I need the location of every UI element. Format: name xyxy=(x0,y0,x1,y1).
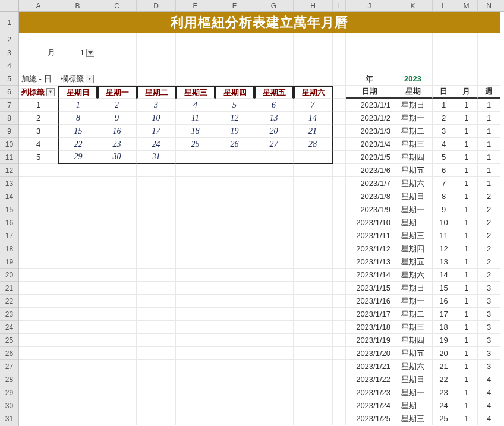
cell-r9-I[interactable] xyxy=(333,125,346,138)
cell-r3-D[interactable] xyxy=(137,46,176,59)
data-month-0[interactable]: 1 xyxy=(455,99,478,112)
cell-r3-F[interactable] xyxy=(215,46,254,59)
row-header-28[interactable]: 28 xyxy=(0,373,18,386)
data-weekday-0[interactable]: 星期日 xyxy=(393,99,433,112)
cell-r4-H[interactable] xyxy=(294,59,333,72)
cell-r13-H[interactable] xyxy=(294,177,333,190)
cell-r18-H[interactable] xyxy=(294,242,333,255)
cell-r6-I[interactable] xyxy=(333,86,346,99)
cell-r30-H[interactable] xyxy=(294,399,333,412)
cell-r16-I[interactable] xyxy=(333,216,346,229)
data-day-18[interactable]: 19 xyxy=(433,334,455,347)
pivot-cell-4-4[interactable] xyxy=(215,151,254,164)
cell-r14-C[interactable] xyxy=(97,190,137,203)
cell-r22-G[interactable] xyxy=(254,295,294,308)
pivot-cell-1-5[interactable]: 13 xyxy=(254,112,294,125)
cell-r29-G[interactable] xyxy=(254,386,294,399)
data-day-0[interactable]: 1 xyxy=(433,99,455,112)
data-weekday-18[interactable]: 星期四 xyxy=(393,334,433,347)
cell-r17-C[interactable] xyxy=(97,229,137,242)
data-month-15[interactable]: 1 xyxy=(455,295,478,308)
cell-r31-C[interactable] xyxy=(97,412,137,425)
data-date-13[interactable]: 2023/1/14 xyxy=(346,269,393,282)
cell-r18-G[interactable] xyxy=(254,242,294,255)
data-week-14[interactable]: 3 xyxy=(478,282,500,295)
cell-r21-A[interactable] xyxy=(19,282,58,295)
cell-r12-E[interactable] xyxy=(176,164,215,177)
row-header-15[interactable]: 15 xyxy=(0,203,18,216)
cell-r4-L[interactable] xyxy=(433,59,455,72)
data-month-23[interactable]: 1 xyxy=(455,399,478,412)
cell-r25-I[interactable] xyxy=(333,334,346,347)
row-header-3[interactable]: 3 xyxy=(0,46,18,59)
cell-r15-H[interactable] xyxy=(294,203,333,216)
data-day-6[interactable]: 7 xyxy=(433,177,455,190)
cell-r24-E[interactable] xyxy=(176,321,215,334)
data-month-20[interactable]: 1 xyxy=(455,360,478,373)
cell-r22-I[interactable] xyxy=(333,295,346,308)
pivot-cell-2-4[interactable]: 19 xyxy=(215,125,254,138)
pivot-cell-4-1[interactable]: 30 xyxy=(97,151,137,164)
cell-r25-D[interactable] xyxy=(137,334,176,347)
data-month-7[interactable]: 1 xyxy=(455,190,478,203)
data-day-24[interactable]: 25 xyxy=(433,412,455,425)
cell-r4-K[interactable] xyxy=(393,59,433,72)
row-header-4[interactable]: 4 xyxy=(0,59,18,72)
row-header-13[interactable]: 13 xyxy=(0,177,18,190)
cell-r19-A[interactable] xyxy=(19,255,58,269)
row-header-11[interactable]: 11 xyxy=(0,151,18,164)
row-header-26[interactable]: 26 xyxy=(0,347,18,360)
cell-r28-D[interactable] xyxy=(137,373,176,386)
cell-r26-D[interactable] xyxy=(137,347,176,360)
col-header-B[interactable]: B xyxy=(58,0,97,11)
cell-r26-F[interactable] xyxy=(215,347,254,360)
data-date-16[interactable]: 2023/1/17 xyxy=(346,308,393,321)
cell-r2-H[interactable] xyxy=(294,33,333,46)
cell-r18-E[interactable] xyxy=(176,242,215,255)
pivot-cell-1-2[interactable]: 10 xyxy=(137,112,176,125)
cell-r15-F[interactable] xyxy=(215,203,254,216)
cell-r15-A[interactable] xyxy=(19,203,58,216)
cell-r21-G[interactable] xyxy=(254,282,294,295)
cell-r2-F[interactable] xyxy=(215,33,254,46)
data-date-19[interactable]: 2023/1/20 xyxy=(346,347,393,360)
cell-r13-G[interactable] xyxy=(254,177,294,190)
pivot-cell-0-6[interactable]: 7 xyxy=(294,99,333,112)
cell-r11-I[interactable] xyxy=(333,151,346,164)
row-header-25[interactable]: 25 xyxy=(0,334,18,347)
cell-r23-H[interactable] xyxy=(294,308,333,321)
cell-r20-G[interactable] xyxy=(254,269,294,282)
pivot-cell-1-4[interactable]: 12 xyxy=(215,112,254,125)
row-header-21[interactable]: 21 xyxy=(0,282,18,295)
cell-r25-F[interactable] xyxy=(215,334,254,347)
cell-r5-I[interactable] xyxy=(333,72,346,86)
cell-r19-E[interactable] xyxy=(176,255,215,269)
data-date-2[interactable]: 2023/1/3 xyxy=(346,125,393,138)
cell-r21-E[interactable] xyxy=(176,282,215,295)
data-week-12[interactable]: 2 xyxy=(478,255,500,269)
data-week-0[interactable]: 1 xyxy=(478,99,500,112)
cell-r3-G[interactable] xyxy=(254,46,294,59)
data-week-16[interactable]: 3 xyxy=(478,308,500,321)
pivot-cell-0-4[interactable]: 5 xyxy=(215,99,254,112)
cell-r25-H[interactable] xyxy=(294,334,333,347)
pivot-cell-0-2[interactable]: 3 xyxy=(137,99,176,112)
cell-r22-C[interactable] xyxy=(97,295,137,308)
cell-r16-D[interactable] xyxy=(137,216,176,229)
cell-r8-I[interactable] xyxy=(333,112,346,125)
cell-r4-N[interactable] xyxy=(478,59,500,72)
data-weekday-5[interactable]: 星期五 xyxy=(393,164,433,177)
data-week-1[interactable]: 1 xyxy=(478,112,500,125)
cell-r2-N[interactable] xyxy=(478,33,500,46)
cell-r31-F[interactable] xyxy=(215,412,254,425)
data-day-11[interactable]: 12 xyxy=(433,242,455,255)
data-weekday-21[interactable]: 星期日 xyxy=(393,373,433,386)
cell-r28-E[interactable] xyxy=(176,373,215,386)
cell-r18-I[interactable] xyxy=(333,242,346,255)
pivot-cell-0-5[interactable]: 6 xyxy=(254,99,294,112)
cell-r20-B[interactable] xyxy=(58,269,97,282)
data-day-21[interactable]: 22 xyxy=(433,373,455,386)
row-header-12[interactable]: 12 xyxy=(0,164,18,177)
cell-r13-F[interactable] xyxy=(215,177,254,190)
cell-r24-B[interactable] xyxy=(58,321,97,334)
